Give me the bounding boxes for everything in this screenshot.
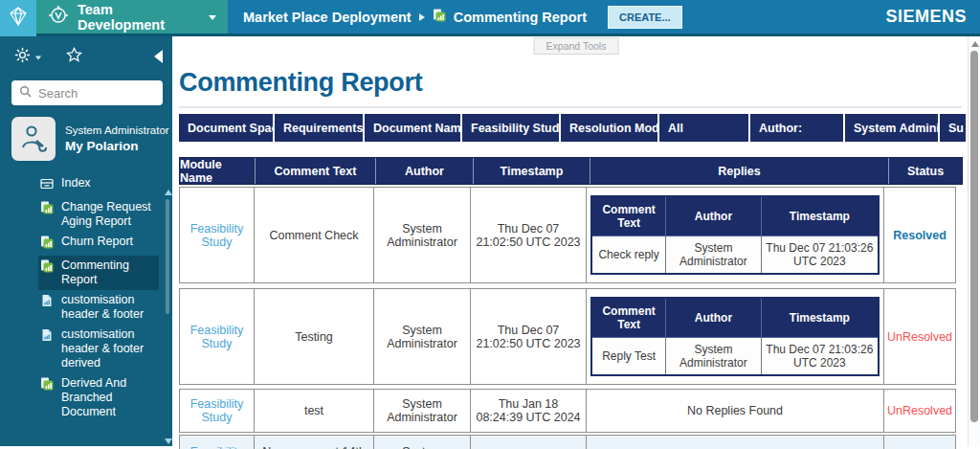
column-header-timestamp: Timestamp — [474, 158, 590, 184]
scroll-down-icon[interactable] — [165, 438, 172, 444]
reply-author-cell: System Administrator — [666, 236, 762, 275]
reply-header-timestamp: Timestamp — [761, 298, 879, 338]
module-link[interactable]: Feasibility Study — [184, 222, 250, 249]
expand-tools-button[interactable]: Expand Tools — [534, 37, 619, 55]
table-row: Feasibility Study Comment Check System A… — [179, 187, 963, 283]
author-cell: System Administrator — [373, 435, 471, 449]
reply-header-comment-text: Comment Text — [591, 196, 666, 236]
report-icon — [40, 236, 54, 253]
comment-text-cell: New comment 14th FEb — [254, 435, 374, 449]
diamond-icon — [8, 6, 29, 31]
column-header-module-name: Module Name — [180, 158, 256, 184]
filter-label-author: Author: — [750, 114, 843, 142]
reply-header-timestamp: Timestamp — [761, 196, 879, 236]
page-icon — [40, 328, 54, 346]
reply-header-author: Author — [666, 298, 762, 338]
scrollbar-thumb[interactable] — [970, 51, 978, 422]
author-cell: System Administrator — [373, 288, 471, 385]
no-replies-cell: No Replies Found — [586, 389, 884, 433]
sidebar: System Administrator My Polarion ··· ···… — [0, 36, 172, 446]
filter-value-document-name[interactable]: Feasibility Study — [462, 114, 559, 142]
settings-menu[interactable] — [13, 46, 42, 68]
search-icon — [19, 84, 32, 101]
document-icon — [433, 9, 446, 26]
page-title: Commenting Report — [179, 68, 980, 98]
column-header-replies: Replies — [590, 158, 889, 184]
author-cell: System Administrator — [373, 389, 471, 433]
project-menu[interactable]: Team Development — [36, 0, 228, 34]
scrollbar-thumb[interactable] — [166, 199, 169, 314]
filter-value-resolution-mode[interactable]: All — [659, 114, 748, 142]
replies-cell: Comment Text Author Timestamp Reply Test… — [586, 288, 884, 385]
breadcrumb-current[interactable]: Commenting Report — [454, 10, 587, 25]
sidebar-scrollbar[interactable] — [164, 190, 171, 444]
comments-table: Module Name Comment Text Author Timestam… — [179, 157, 963, 449]
module-link[interactable]: Feasibility Study — [184, 324, 250, 350]
column-header-author: Author — [376, 158, 474, 184]
breadcrumb-separator-icon — [419, 13, 425, 21]
filter-value-document-space[interactable]: Requirements — [275, 114, 363, 142]
app-logo[interactable] — [0, 0, 36, 36]
breadcrumb: Market Place Deployment Commenting Repor… — [228, 0, 980, 34]
report-icon — [40, 377, 54, 394]
siemens-logo: SIEMENS — [885, 7, 970, 27]
search-box[interactable] — [11, 80, 163, 105]
filter-label-document-name: Document Name: — [365, 114, 460, 142]
sidebar-item-change-request-aging-report[interactable]: Change Request Aging Report — [38, 197, 159, 232]
reply-text-cell: Check reply — [591, 236, 666, 275]
comment-text-cell: test — [254, 389, 374, 433]
search-input[interactable] — [38, 86, 144, 101]
table-row: Feasibility Study Testing System Adminis… — [179, 288, 963, 385]
user-wrench-icon — [18, 122, 49, 156]
report-icon — [40, 201, 54, 218]
module-link[interactable]: Feasibility Study — [184, 445, 250, 449]
timestamp-cell: Thu Dec 07 21:02:50 UTC 2023 — [470, 288, 587, 385]
scroll-up-icon[interactable] — [165, 190, 172, 195]
sidebar-item-index[interactable]: Index — [38, 173, 159, 197]
breadcrumb-parent[interactable]: Market Place Deployment — [243, 10, 412, 25]
star-icon — [65, 46, 83, 68]
column-header-status: Status — [889, 158, 962, 184]
replies-table: Comment Text Author Timestamp Reply Test… — [590, 297, 880, 376]
sidebar-item-customisation-header-footer[interactable]: customisation header & footer — [38, 290, 159, 325]
timestamp-cell: Fri Feb 14 15:16:59 — [470, 435, 587, 449]
comment-text-cell: Comment Check — [254, 187, 374, 283]
filter-submit-truncated[interactable]: Su — [940, 114, 966, 142]
reply-timestamp-cell: Thu Dec 07 21:03:26 UTC 2023 — [761, 338, 879, 376]
sidebar-item-customisation-header-footer-derived[interactable]: customisation header & footer derived — [38, 325, 159, 373]
column-header-comment-text: Comment Text — [256, 158, 376, 184]
sidebar-item-commenting-report[interactable]: Commenting Report — [38, 256, 159, 290]
page-scrollbar[interactable] — [968, 36, 980, 446]
status-badge: Resolved — [893, 229, 947, 242]
reply-header-author: Author — [666, 196, 762, 236]
filter-label-resolution-mode: Resolution Mode: — [561, 114, 657, 142]
status-badge: UnResolved — [887, 404, 952, 417]
filter-value-author[interactable]: System Adminis — [845, 114, 938, 142]
table-header-row: Module Name Comment Text Author Timestam… — [179, 157, 963, 185]
sidebar-item-design-history-file[interactable]: Design History File — [38, 422, 159, 423]
clipped-nav-item: ··· ···· — [40, 167, 159, 173]
chevron-down-icon — [209, 15, 216, 20]
author-cell: System Administrator — [373, 187, 471, 283]
user-avatar[interactable] — [11, 117, 56, 161]
gear-icon — [13, 46, 32, 68]
replies-table: Comment Text Author Timestamp Check repl… — [590, 195, 880, 275]
reply-timestamp-cell: Thu Dec 07 21:03:26 UTC 2023 — [761, 236, 879, 275]
favorites-button[interactable] — [65, 46, 83, 68]
sidebar-item-churn-report[interactable]: Churn Report — [38, 232, 159, 256]
collapse-sidebar-button[interactable] — [154, 50, 163, 63]
replies-cell: Comment Text Author Timestamp Check repl… — [586, 187, 884, 283]
page-icon — [40, 294, 54, 311]
table-row: Feasibility Study test System Administra… — [179, 389, 963, 433]
timestamp-cell: Thu Jan 18 08:24:39 UTC 2024 — [470, 389, 587, 433]
comment-text-cell: Testing — [254, 288, 374, 385]
user-name: System Administrator — [65, 124, 169, 136]
create-button[interactable]: CREATE... — [608, 6, 682, 29]
title-divider — [179, 106, 962, 108]
filter-label-document-space: Document Space: — [179, 114, 273, 142]
module-link[interactable]: Feasibility Study — [184, 397, 250, 424]
sidebar-item-derived-and-branched-document[interactable]: Derived And Branched Document — [38, 373, 159, 422]
my-polarion-link[interactable]: My Polarion — [65, 139, 169, 153]
scroll-up-icon[interactable] — [971, 41, 979, 47]
top-bar: Team Development Market Place Deployment… — [0, 0, 980, 36]
